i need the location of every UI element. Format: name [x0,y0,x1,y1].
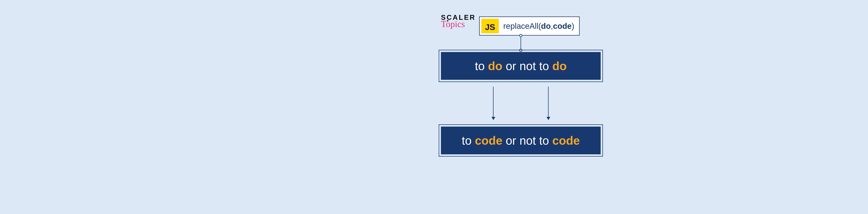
highlight-word: do [488,59,502,72]
arrow-down-icon [548,87,549,120]
fn-name: replaceAll [503,21,538,31]
highlight-word: code [475,134,502,147]
scaler-topics-logo: SCALER Topics [441,14,476,28]
fn-sep: , [551,21,553,31]
transform-arrows [441,83,601,123]
connector-circle-icon [519,49,522,52]
text-segment: or not to [502,134,552,147]
output-string-text: to code or not to code [462,134,580,147]
output-string-box: to code or not to code [441,127,601,154]
highlight-word: code [552,134,580,147]
function-call-text: replaceAll(do , code) [500,17,579,35]
vertical-line-icon [521,36,521,50]
function-call-box: JS replaceAll(do , code) [479,16,580,36]
paren-close: ) [572,21,574,31]
logo-dot-icon [447,20,448,22]
highlight-word: do [552,59,567,72]
connector-circle-icon [519,34,522,37]
input-string-box: to do or not to do [441,52,601,80]
input-string-text: to do or not to do [475,59,567,73]
text-segment: to [475,59,488,72]
text-segment: or not to [502,59,552,72]
arrow-down-icon [493,87,494,120]
text-segment: to [462,134,475,147]
logo-text-bottom: Topics [441,21,476,28]
fn-arg2: code [553,21,571,31]
paren-open: ( [538,21,541,31]
fn-arg1: do [541,21,551,31]
diagram-canvas: SCALER Topics JS replaceAll(do , code) t… [365,0,677,214]
js-badge-icon: JS [482,19,499,33]
